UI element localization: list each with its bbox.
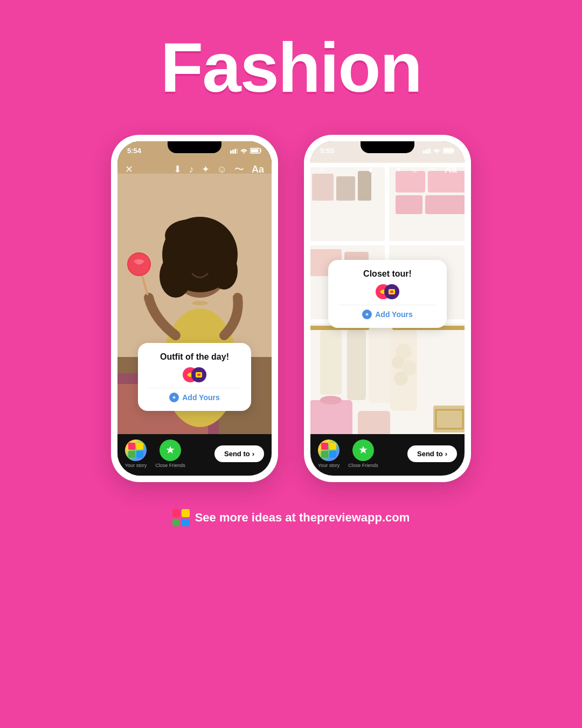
close-friends-icon bbox=[160, 439, 181, 461]
svg-point-9 bbox=[211, 252, 238, 290]
svg-point-13 bbox=[204, 261, 209, 267]
phone-1-bg bbox=[117, 141, 272, 476]
svg-point-8 bbox=[160, 255, 192, 298]
phone-2-sticker-title: Closet tour! bbox=[339, 269, 436, 280]
phone-1-sticker-emoji bbox=[149, 367, 240, 382]
footer-text: See more ideas at thepreviewapp.com bbox=[195, 511, 410, 525]
title-section: Fashion bbox=[161, 32, 421, 102]
phone-2-status-icons bbox=[423, 148, 455, 154]
phone-2-time: 5:55 bbox=[320, 147, 334, 155]
svg-point-22 bbox=[243, 153, 244, 154]
phone-2-close-friends-btn[interactable]: Close Friends bbox=[348, 439, 378, 468]
your-story-icon-2 bbox=[318, 439, 340, 461]
download-icon[interactable]: ⬇ bbox=[174, 163, 182, 175]
download-icon-2[interactable]: ⬇ bbox=[366, 163, 375, 175]
grid-icon-2 bbox=[321, 443, 336, 458]
svg-point-11 bbox=[192, 224, 230, 251]
svg-rect-21 bbox=[237, 148, 238, 154]
phone-1-screen: 5:54 ✕ ⬇ ♪ ✦ ☺ 〜 Aa bbox=[117, 141, 272, 476]
phone-2-sticker-emoji bbox=[339, 284, 436, 299]
phone-1-status-icons bbox=[230, 148, 262, 154]
phone-1-toolbar: ✕ ⬇ ♪ ✦ ☺ 〜 Aa bbox=[117, 160, 272, 179]
phone-1-your-story-btn[interactable]: Your story bbox=[125, 439, 147, 468]
face-icon-2[interactable]: ☺ bbox=[410, 164, 420, 175]
phone-2-your-story-label: Your story bbox=[318, 463, 340, 468]
sparkle-icon-2[interactable]: ✦ bbox=[394, 163, 403, 175]
phone-2-bottom-bar: Your story Close Friends Send to › bbox=[310, 434, 465, 476]
svg-rect-62 bbox=[429, 148, 431, 154]
phone-1-close-friends-label: Close Friends bbox=[155, 463, 185, 468]
text-icon[interactable]: Aa bbox=[252, 164, 264, 175]
squiggle-icon[interactable]: 〜 bbox=[234, 163, 244, 176]
phone-1-time: 5:54 bbox=[127, 147, 141, 155]
svg-rect-47 bbox=[347, 330, 366, 400]
svg-rect-19 bbox=[232, 149, 234, 154]
svg-rect-28 bbox=[197, 374, 200, 376]
face-icon[interactable]: ☺ bbox=[217, 164, 227, 175]
phone-2-add-yours[interactable]: Add Yours bbox=[339, 305, 436, 319]
phone-2-toolbar-icons: ⬇ ♪ ✦ ☺ 〜 Aa bbox=[366, 163, 457, 176]
svg-rect-41 bbox=[336, 176, 355, 201]
phone-2-your-story-btn[interactable]: Your story bbox=[318, 439, 340, 468]
phone-1: 5:54 ✕ ⬇ ♪ ✦ ☺ 〜 Aa bbox=[111, 135, 278, 482]
phone-2: 5:55 ✕ ⬇ ♪ ✦ ☺ 〜 Aa bbox=[304, 135, 471, 482]
close-icon[interactable]: ✕ bbox=[125, 163, 133, 175]
phone-1-notch bbox=[168, 141, 221, 153]
phone-2-add-icon bbox=[362, 310, 372, 319]
svg-point-17 bbox=[192, 301, 208, 305]
phone-2-send-to-btn[interactable]: Send to › bbox=[407, 445, 457, 462]
phone-2-close-friends-label: Close Friends bbox=[348, 463, 378, 468]
phones-row: 5:54 ✕ ⬇ ♪ ✦ ☺ 〜 Aa bbox=[111, 135, 471, 482]
svg-rect-69 bbox=[390, 291, 393, 293]
close-icon-2[interactable]: ✕ bbox=[318, 163, 326, 175]
phone-2-notch bbox=[361, 141, 414, 153]
music-icon[interactable]: ♪ bbox=[189, 164, 194, 175]
svg-rect-18 bbox=[230, 150, 232, 154]
footer-logo bbox=[172, 509, 190, 526]
svg-rect-39 bbox=[425, 195, 465, 214]
phone-1-add-yours[interactable]: Add Yours bbox=[149, 388, 240, 402]
phone-2-screen: 5:55 ✕ ⬇ ♪ ✦ ☺ 〜 Aa bbox=[310, 141, 465, 476]
svg-rect-48 bbox=[369, 327, 393, 403]
svg-rect-61 bbox=[427, 149, 429, 154]
phone-2-bottom-actions: Your story Close Friends bbox=[318, 439, 378, 468]
page-title: Fashion bbox=[161, 32, 421, 102]
phone-1-bottom-bar: Your story Close Friends Send to › bbox=[117, 434, 272, 476]
svg-rect-59 bbox=[423, 150, 425, 154]
svg-rect-20 bbox=[234, 149, 236, 154]
music-icon-2[interactable]: ♪ bbox=[382, 164, 387, 175]
phone-2-toolbar: ✕ ⬇ ♪ ✦ ☺ 〜 Aa bbox=[310, 160, 465, 179]
svg-point-63 bbox=[436, 153, 437, 154]
footer: See more ideas at thepreviewapp.com bbox=[172, 509, 410, 542]
svg-rect-24 bbox=[251, 149, 259, 153]
phone-1-send-to-btn[interactable]: Send to › bbox=[214, 445, 264, 462]
phone-1-sticker-title: Outfit of the day! bbox=[149, 352, 240, 363]
text-icon-2[interactable]: Aa bbox=[445, 164, 457, 175]
squiggle-icon-2[interactable]: 〜 bbox=[427, 163, 437, 176]
grid-icon bbox=[128, 443, 143, 458]
phone-2-sticker-card[interactable]: Closet tour! Add Yours bbox=[328, 260, 447, 328]
phone-1-close-friends-btn[interactable]: Close Friends bbox=[155, 439, 185, 468]
your-story-icon bbox=[125, 439, 147, 461]
svg-point-56 bbox=[394, 372, 408, 386]
svg-rect-65 bbox=[444, 149, 453, 153]
phone-1-your-story-label: Your story bbox=[125, 463, 147, 468]
phone-1-sticker-card[interactable]: Outfit of the day! Add Yours bbox=[138, 343, 251, 411]
close-friends-icon-2 bbox=[352, 439, 374, 461]
svg-rect-60 bbox=[425, 149, 427, 154]
svg-point-50 bbox=[320, 396, 342, 404]
phone-1-add-icon bbox=[169, 393, 179, 402]
svg-rect-46 bbox=[320, 330, 342, 395]
phone-1-toolbar-icons: ⬇ ♪ ✦ ☺ 〜 Aa bbox=[174, 163, 264, 176]
phone-1-bottom-actions: Your story Close Friends bbox=[125, 439, 185, 468]
svg-rect-38 bbox=[396, 195, 422, 214]
svg-point-12 bbox=[191, 262, 196, 269]
sparkle-icon[interactable]: ✦ bbox=[202, 163, 210, 175]
